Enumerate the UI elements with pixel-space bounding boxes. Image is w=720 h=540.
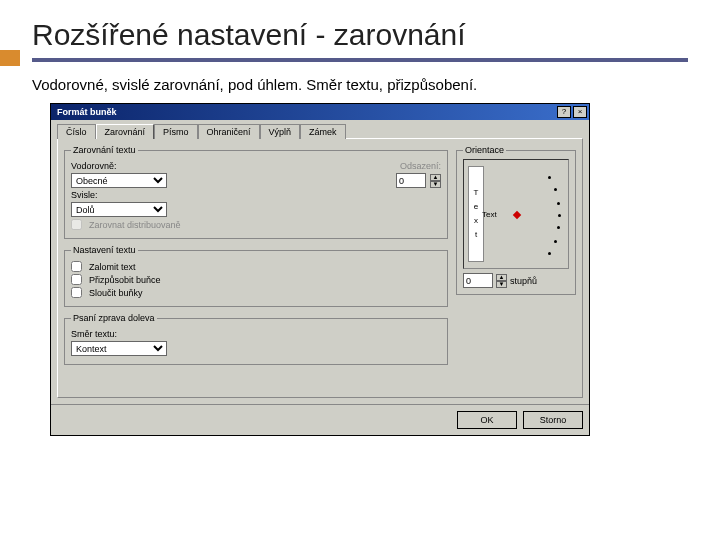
orientation-group: Orientace Text Text — [456, 145, 576, 295]
tab-zamek[interactable]: Zámek — [300, 124, 346, 139]
wrap-label: Zalomit text — [89, 262, 136, 272]
degrees-unit: stupňů — [510, 276, 537, 286]
wrap-checkbox[interactable] — [71, 261, 82, 272]
orient-text-label: Text — [482, 210, 497, 219]
title-underline — [32, 58, 688, 62]
horiz-label: Vodorovně: — [71, 161, 117, 171]
indent-spinner[interactable]: ▲▼ — [430, 174, 441, 188]
shrink-label: Přizpůsobit buňce — [89, 275, 161, 285]
tab-cislo[interactable]: Číslo — [57, 124, 96, 139]
tab-pismo[interactable]: Písmo — [154, 124, 198, 139]
text-align-legend: Zarovnání textu — [71, 145, 138, 155]
orient-indicator-icon — [513, 211, 521, 219]
help-button[interactable]: ? — [557, 106, 571, 118]
format-cells-dialog: Formát buněk ? × Číslo Zarovnání Písmo O… — [50, 103, 590, 436]
text-settings-group: Nastavení textu Zalomit text Přizpůsobit… — [64, 245, 448, 307]
titlebar: Formát buněk ? × — [51, 104, 589, 120]
vert-select[interactable]: Dolů — [71, 202, 167, 217]
slide-body-text: Vodorovné, svislé zarovnání, pod úhlem. … — [32, 76, 688, 93]
text-settings-legend: Nastavení textu — [71, 245, 138, 255]
tab-zarovnani[interactable]: Zarovnání — [96, 124, 155, 139]
text-align-group: Zarovnání textu Vodorovně: Odsazení: Obe… — [64, 145, 448, 239]
distribute-checkbox — [71, 219, 82, 230]
dir-label: Směr textu: — [71, 329, 117, 339]
indent-input[interactable] — [396, 173, 426, 188]
button-row: OK Storno — [51, 404, 589, 435]
tab-strip: Číslo Zarovnání Písmo Ohraničení Výplň Z… — [57, 124, 583, 139]
dialog-title: Formát buněk — [57, 107, 555, 117]
orientation-legend: Orientace — [463, 145, 506, 155]
degrees-spinner[interactable]: ▲▼ — [496, 274, 507, 288]
shrink-checkbox[interactable] — [71, 274, 82, 285]
tab-ohraniceni[interactable]: Ohraničení — [198, 124, 260, 139]
indent-label: Odsazení: — [400, 161, 441, 171]
tab-vypln[interactable]: Výplň — [260, 124, 301, 139]
cancel-button[interactable]: Storno — [523, 411, 583, 429]
close-button[interactable]: × — [573, 106, 587, 118]
ok-button[interactable]: OK — [457, 411, 517, 429]
orientation-preview[interactable]: Text Text — [463, 159, 569, 269]
degrees-input[interactable] — [463, 273, 493, 288]
horiz-select[interactable]: Obecné — [71, 173, 167, 188]
distribute-label: Zarovnat distribuovaně — [89, 220, 181, 230]
slide-title: Rozšířené nastavení - zarovnání — [32, 18, 688, 52]
tab-panel: Zarovnání textu Vodorovně: Odsazení: Obe… — [57, 138, 583, 398]
orientation-dial[interactable]: Text — [476, 166, 562, 262]
vert-label: Svisle: — [71, 190, 98, 200]
rtl-group: Psaní zprava doleva Směr textu: Kontext — [64, 313, 448, 365]
merge-label: Sloučit buňky — [89, 288, 143, 298]
dir-select[interactable]: Kontext — [71, 341, 167, 356]
merge-checkbox[interactable] — [71, 287, 82, 298]
rtl-legend: Psaní zprava doleva — [71, 313, 157, 323]
